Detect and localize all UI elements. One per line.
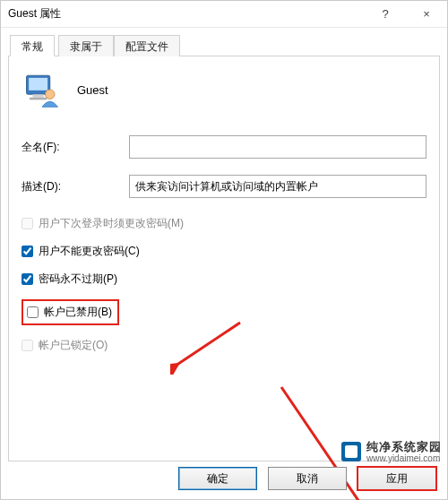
check-disabled-row: 帐户已禁用(B) [22,299,426,325]
close-button[interactable]: × [406,1,447,28]
fullname-row: 全名(F): [22,135,426,159]
watermark-text: 纯净系统家园 www.yidaimei.com [366,441,442,463]
user-header: Guest [23,71,426,108]
svg-point-4 [46,90,56,99]
check-never-expire[interactable] [22,273,33,285]
check-never-expire-row: 密码永不过期(P) [22,272,426,287]
highlight-disabled: 帐户已禁用(B) [22,299,119,325]
check-cant-change-label: 用户不能更改密码(C) [39,244,140,259]
window-title: Guest 属性 [8,6,365,22]
watermark-line1: 纯净系统家园 [366,441,442,453]
username-label: Guest [77,83,108,97]
check-locked-row: 帐户已锁定(O) [22,338,426,353]
tab-member-of[interactable]: 隶属于 [58,35,114,56]
check-must-change-label: 用户下次登录时须更改密码(M) [39,216,184,231]
check-must-change-row: 用户下次登录时须更改密码(M) [22,216,426,231]
user-icon [23,71,61,108]
description-label: 描述(D): [22,179,129,194]
svg-rect-2 [33,94,44,98]
tab-panel-general: Guest 全名(F): 描述(D): 用户下次登录时须更改密码(M) 用户不能… [8,56,440,461]
description-input[interactable] [129,175,426,198]
titlebar: Guest 属性 ? × [1,1,447,28]
tab-general[interactable]: 常规 [10,35,55,56]
check-account-disabled[interactable] [27,306,39,318]
fullname-label: 全名(F): [22,140,129,155]
check-cant-change[interactable] [22,246,33,257]
tab-strip: 常规 隶属于 配置文件 [8,35,440,56]
check-locked [22,340,33,351]
ok-button[interactable]: 确定 [178,467,257,490]
watermark-line2: www.yidaimei.com [366,453,442,463]
watermark: 纯净系统家园 www.yidaimei.com [341,441,442,463]
check-locked-label: 帐户已锁定(O) [39,338,108,353]
fullname-input[interactable] [129,135,426,159]
tab-profile[interactable]: 配置文件 [114,35,180,56]
description-row: 描述(D): [22,175,426,198]
help-button[interactable]: ? [365,1,406,28]
check-never-expire-label: 密码永不过期(P) [39,272,117,287]
properties-window: Guest 属性 ? × 常规 隶属于 配置文件 Guest 全名(F): [0,0,448,500]
svg-rect-1 [29,78,47,91]
checkbox-group: 用户下次登录时须更改密码(M) 用户不能更改密码(C) 密码永不过期(P) 帐户… [22,216,426,353]
cancel-button[interactable]: 取消 [268,467,347,490]
watermark-logo-icon [341,442,361,461]
apply-button[interactable]: 应用 [358,467,436,490]
svg-rect-3 [30,98,47,100]
check-cant-change-row: 用户不能更改密码(C) [22,244,426,259]
check-must-change [22,218,33,229]
check-account-disabled-label: 帐户已禁用(B) [44,305,112,320]
dialog-buttons: 确定 取消 应用 [8,467,440,490]
